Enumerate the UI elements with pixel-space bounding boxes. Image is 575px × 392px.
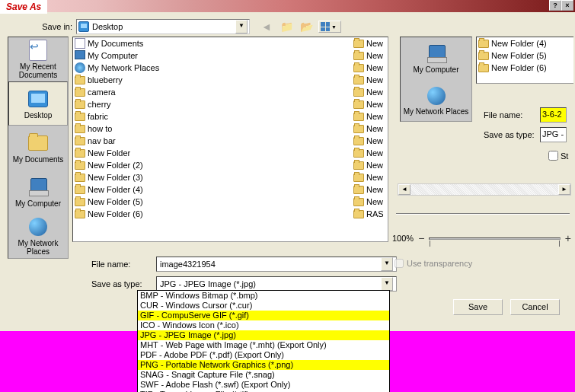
folder-icon <box>353 149 364 158</box>
dropdown-arrow-icon[interactable]: ▼ <box>235 20 248 33</box>
list-item[interactable]: New Folder (2) <box>73 159 352 171</box>
secondary-checkbox[interactable] <box>548 151 558 161</box>
view-menu-button[interactable]: ▼ <box>318 21 341 33</box>
list-item[interactable]: My Computer <box>73 49 352 62</box>
secondary-type-label: Save as type: <box>484 130 537 139</box>
folder-icon <box>353 76 364 84</box>
list-item[interactable]: New <box>352 123 388 135</box>
list-item[interactable]: camera <box>73 86 352 98</box>
place-recent-documents[interactable]: My Recent Documents <box>8 37 68 81</box>
file-name-input[interactable]: image4321954 ▼ <box>156 257 397 272</box>
scroll-right-icon[interactable]: ► <box>558 184 570 195</box>
list-item[interactable]: New Folder (4) <box>73 183 352 196</box>
secondary-file-name-input[interactable]: 3-6-2 <box>540 107 567 123</box>
file-type-option[interactable]: JPG - JPEG Image (*.jpg) <box>138 330 389 340</box>
up-folder-icon[interactable]: 📁 <box>279 19 294 34</box>
dropdown-arrow-icon[interactable]: ▼ <box>381 277 393 291</box>
help-button[interactable]: ? <box>549 0 561 11</box>
list-item[interactable]: New <box>352 135 388 147</box>
zoom-plus-icon[interactable]: + <box>565 232 571 244</box>
list-item[interactable]: New Folder (5) <box>477 49 573 62</box>
save-in-combo[interactable]: Desktop ▼ <box>76 19 250 34</box>
folder-icon <box>478 52 489 60</box>
window-title: Save As <box>0 0 47 14</box>
file-type-option[interactable]: PDF - Adobe PDF (*.pdf) (Export Only) <box>138 350 389 360</box>
file-type-option[interactable]: SNAG - Snagit Capture File (*.snag) <box>138 370 389 380</box>
list-item[interactable]: New Folder (6) <box>477 62 573 74</box>
file-type-option[interactable]: SWF - Adobe Flash (*.swf) (Export Only) <box>138 380 389 390</box>
list-item[interactable]: New <box>352 171 388 183</box>
place-my-computer[interactable]: My Computer <box>401 37 471 79</box>
file-type-option[interactable]: PNG - Portable Network Graphics (*.png) <box>138 360 389 370</box>
list-item[interactable]: New <box>352 37 388 49</box>
list-item[interactable]: New <box>352 110 388 123</box>
folder-icon <box>353 88 364 97</box>
list-item[interactable]: New <box>352 49 388 62</box>
folder-icon <box>75 88 85 97</box>
file-list[interactable]: My DocumentsMy ComputerMy Network Places… <box>72 37 388 242</box>
network-places-icon <box>427 87 446 105</box>
new-folder-icon[interactable]: 📂 <box>299 19 314 34</box>
file-type-option[interactable]: ICO - Windows Icon (*.ico) <box>138 320 389 330</box>
list-item[interactable]: nav bar <box>73 135 352 147</box>
place-desktop[interactable]: Desktop <box>8 81 68 126</box>
folder-icon <box>353 186 364 194</box>
list-item[interactable]: New <box>352 98 388 110</box>
list-item[interactable]: New <box>352 159 388 171</box>
list-item[interactable]: New Folder (6) <box>73 208 352 220</box>
save-as-type-combo[interactable]: JPG - JPEG Image (*.jpg) ▼ <box>156 276 397 292</box>
secondary-places-bar: My Computer My Network Places <box>400 37 472 122</box>
save-button[interactable]: Save <box>453 299 503 315</box>
scroll-left-icon[interactable]: ◄ <box>398 184 410 195</box>
folder-icon <box>353 52 364 60</box>
zoom-slider[interactable] <box>429 237 560 240</box>
documents-icon <box>75 38 85 49</box>
folder-icon <box>75 161 85 170</box>
list-item[interactable]: New Folder <box>73 147 352 159</box>
list-item[interactable]: My Documents <box>73 37 352 49</box>
close-button[interactable]: × <box>561 0 573 11</box>
list-item[interactable]: fabric <box>73 110 352 123</box>
folder-icon <box>353 161 364 170</box>
file-type-option[interactable]: CUR - Windows Cursor (*.cur) <box>138 301 389 311</box>
title-gradient <box>0 0 575 12</box>
list-item[interactable]: New <box>352 86 388 98</box>
secondary-file-list[interactable]: New Folder (4)New Folder (5)New Folder (… <box>476 37 573 84</box>
list-item[interactable]: New Folder (4) <box>477 37 573 49</box>
list-item[interactable]: RAS <box>352 208 388 220</box>
folder-icon <box>75 149 85 158</box>
list-item[interactable]: New <box>352 196 388 208</box>
folder-icon <box>75 100 85 109</box>
list-item[interactable]: My Network Places <box>73 62 352 74</box>
place-my-network-places[interactable]: My Network Places <box>8 214 68 258</box>
list-item[interactable]: New <box>352 183 388 196</box>
folder-icon <box>478 40 489 48</box>
file-type-option[interactable]: GIF - CompuServe GIF (*.gif) <box>138 311 389 320</box>
dropdown-arrow-icon[interactable]: ▼ <box>381 257 393 271</box>
folder-icon <box>353 137 364 145</box>
back-icon[interactable]: ◄ <box>259 19 274 34</box>
use-transparency-label: Use transparency <box>407 259 472 268</box>
place-my-computer[interactable]: My Computer <box>8 170 68 214</box>
file-type-dropdown-list[interactable]: BMP - Windows Bitmap (*.bmp)CUR - Window… <box>137 290 390 392</box>
save-in-label: Save in: <box>34 22 72 31</box>
secondary-horizontal-scrollbar[interactable]: ◄ ► <box>398 183 571 196</box>
list-item[interactable]: New <box>352 74 388 86</box>
list-item[interactable]: cherry <box>73 98 352 110</box>
file-type-option[interactable]: MHT - Web Page with Image (*.mht) (Expor… <box>138 340 389 350</box>
zoom-minus-icon[interactable]: − <box>418 232 424 244</box>
folder-icon <box>75 186 85 194</box>
list-item[interactable]: New <box>352 62 388 74</box>
list-item[interactable]: blueberry <box>73 74 352 86</box>
place-my-documents[interactable]: My Documents <box>8 126 68 170</box>
cancel-button[interactable]: Cancel <box>510 299 560 315</box>
list-item[interactable]: New <box>352 147 388 159</box>
list-item[interactable]: New Folder (3) <box>73 171 352 183</box>
file-type-option[interactable]: BMP - Windows Bitmap (*.bmp) <box>138 291 389 301</box>
use-transparency-checkbox <box>395 259 404 268</box>
secondary-type-combo[interactable]: JPG - <box>540 127 567 142</box>
list-item[interactable]: how to <box>73 123 352 135</box>
folder-icon <box>478 64 489 72</box>
place-my-network-places[interactable]: My Network Places <box>401 79 471 121</box>
list-item[interactable]: New Folder (5) <box>73 196 352 208</box>
